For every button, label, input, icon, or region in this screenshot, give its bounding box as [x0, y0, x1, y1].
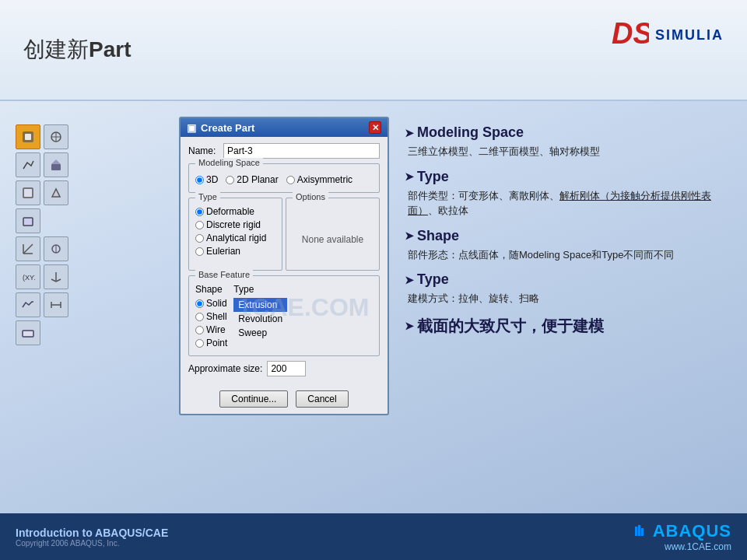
type-discrete[interactable]: Discrete rigid: [195, 219, 275, 230]
radio-3d-input[interactable]: [195, 176, 204, 184]
dialog-close-button[interactable]: ✕: [369, 121, 381, 134]
radio-axisymmetric-input[interactable]: [286, 176, 295, 184]
radio-2d[interactable]: 2D Planar: [226, 174, 278, 185]
page-title: 创建新Part: [23, 35, 131, 65]
toolbar-row-4: [16, 208, 171, 233]
tool-btn-6[interactable]: [44, 180, 68, 205]
tool-btn-13[interactable]: [44, 292, 68, 317]
none-available: None available: [293, 203, 373, 265]
type2-revolution[interactable]: Revolution: [233, 312, 287, 326]
approx-input[interactable]: [267, 361, 306, 376]
cancel-button[interactable]: Cancel: [296, 390, 348, 408]
type-options-row: Type Deformable Discrete rigid: [188, 198, 380, 275]
dialog-area: ▣ Create Part ✕ Name: Modeling Space: [179, 117, 389, 415]
svg-line-18: [56, 279, 61, 282]
type2-sweep[interactable]: Sweep: [233, 326, 287, 340]
modeling-space-radios: 3D 2D Planar Axisymmetric: [195, 169, 373, 187]
shape-shell[interactable]: Shell: [195, 311, 227, 322]
svg-rect-25: [641, 528, 644, 536]
svg-line-17: [51, 279, 56, 282]
modeling-space-legend: Modeling Space: [195, 158, 263, 167]
right-section2-heading: Type: [405, 169, 724, 185]
abaqus-logo-area: ABAQUS: [634, 521, 731, 541]
main-content: (XYZ) ▣ Create Part: [0, 101, 747, 513]
svg-rect-23: [635, 527, 637, 536]
right-section5-heading: 截面的大致尺寸，便于建模: [405, 316, 724, 337]
approx-label: Approximate size:: [188, 363, 262, 374]
tool-btn-9[interactable]: [44, 236, 68, 261]
tool-btn-11[interactable]: [44, 264, 68, 289]
type-eulerian[interactable]: Eulerian: [195, 246, 275, 257]
shape-point[interactable]: Point: [195, 338, 227, 348]
type-legend: Type: [195, 192, 220, 201]
radio-2d-input[interactable]: [226, 176, 234, 184]
name-input[interactable]: [223, 143, 380, 159]
svg-rect-9: [23, 218, 33, 226]
radio-3d[interactable]: 3D: [195, 174, 218, 185]
dialog-body: Name: Modeling Space 3D 2D Planar: [181, 137, 388, 386]
bottom-left: Introduction to ABAQUS/CAE Copyright 200…: [16, 527, 168, 548]
svg-rect-2: [25, 134, 31, 140]
right-section3-heading: Shape: [405, 228, 724, 244]
shape-wire-input[interactable]: [195, 326, 204, 334]
shape-point-input[interactable]: [195, 339, 204, 348]
right-section4-heading: Type: [405, 271, 724, 288]
type2-col-label: Type: [233, 284, 287, 295]
type-section: Type Deformable Discrete rigid: [188, 198, 282, 271]
shape-solid-input[interactable]: [195, 299, 204, 308]
tool-btn-14[interactable]: [16, 320, 40, 345]
tool-btn-10[interactable]: (XYZ): [16, 264, 40, 289]
base-feature-section: Base Feature Shape Solid Shell: [188, 275, 380, 356]
shape-wire[interactable]: Wire: [195, 324, 227, 335]
shape-col-label: Shape: [195, 284, 227, 295]
type-discrete-input[interactable]: [195, 221, 204, 229]
toolbar-row-3: [16, 180, 171, 205]
options-legend: Options: [293, 192, 328, 201]
right-section1-text: 三维立体模型、二维平面模型、轴对称模型: [405, 144, 724, 159]
type-eulerian-input[interactable]: [195, 247, 204, 256]
shape-solid[interactable]: Solid: [195, 298, 227, 309]
toolbar-row-2: [16, 152, 171, 177]
approx-size-row: Approximate size:: [188, 361, 380, 376]
toolbar: (XYZ): [0, 117, 179, 353]
radio-axisymmetric[interactable]: Axisymmetric: [286, 174, 352, 185]
tool-btn-7[interactable]: [16, 208, 40, 233]
tool-btn-12[interactable]: [16, 292, 40, 317]
bottom-url: www.1CAE.com: [665, 541, 731, 552]
bottom-copyright: Copyright 2006 ABAQUS, Inc.: [16, 539, 168, 548]
dialog-titlebar: ▣ Create Part ✕: [181, 118, 388, 137]
top-bar: 创建新Part DS SIMULIA: [0, 0, 747, 101]
type2-col: Type Extrusion Revolution Sweep: [233, 284, 287, 351]
simulia-logo: DS SIMULIA: [610, 16, 724, 54]
toolbar-row-6: (XYZ): [16, 264, 171, 289]
bottom-right: ABAQUS www.1CAE.com: [634, 521, 731, 552]
tool-btn-3[interactable]: [16, 152, 40, 177]
simulia-ds-icon: DS: [610, 16, 649, 54]
name-label: Name:: [188, 145, 223, 156]
modeling-space-section: Modeling Space 3D 2D Planar Axisymmet: [188, 163, 380, 193]
toolbar-row-1: [16, 124, 171, 149]
right-section3-text: 部件形态：点线面体，随Modeling Space和Type不同而不同: [405, 247, 724, 263]
tool-btn-5[interactable]: [16, 180, 40, 205]
tool-btn-8[interactable]: [16, 236, 40, 261]
type-deformable-input[interactable]: [195, 208, 204, 216]
svg-text:(XYZ): (XYZ): [23, 274, 35, 282]
type-analytical-input[interactable]: [195, 234, 204, 243]
toolbar-row-7: [16, 292, 171, 317]
shape-col: Shape Solid Shell Wire: [195, 284, 227, 351]
bottom-bar: Introduction to ABAQUS/CAE Copyright 200…: [0, 513, 747, 560]
abaqus-logo-text: ABAQUS: [653, 521, 731, 541]
right-section2-text: 部件类型：可变形体、离散刚体、解析刚体（为接触分析提供刚性表面）、欧拉体: [405, 188, 724, 219]
type-deformable[interactable]: Deformable: [195, 206, 275, 217]
tool-part-btn[interactable]: [16, 124, 40, 149]
type-list: Deformable Discrete rigid Analytical rig…: [195, 206, 275, 257]
continue-button[interactable]: Continue...: [219, 390, 288, 408]
type-analytical[interactable]: Analytical rigid: [195, 233, 275, 243]
dialog-title: Create Part: [201, 122, 254, 134]
tool-btn-4[interactable]: [44, 152, 68, 177]
type2-extrusion[interactable]: Extrusion: [233, 298, 287, 312]
tool-assembly-btn[interactable]: [44, 124, 68, 149]
options-section: Options None available: [286, 198, 380, 271]
shape-shell-input[interactable]: [195, 313, 204, 321]
abaqus-bars-icon: [634, 523, 650, 539]
